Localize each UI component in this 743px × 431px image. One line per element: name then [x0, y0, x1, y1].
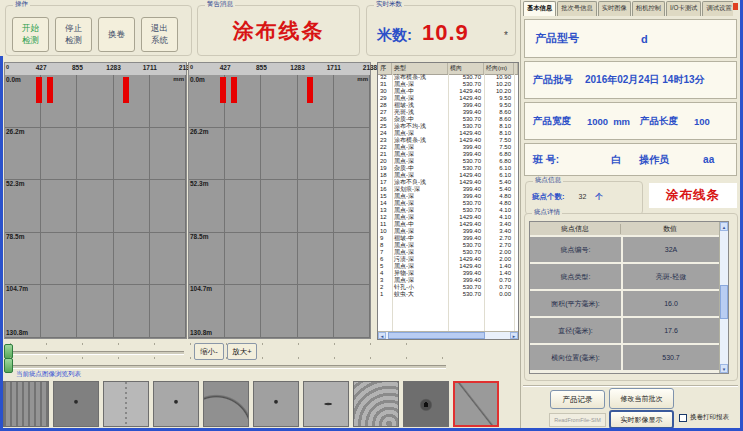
- defect-row[interactable]: 8黑点-深530.702.70: [378, 242, 518, 249]
- map-plot[interactable]: mm0.0m26.2m52.3m78.5m104.7m130.8m: [5, 75, 186, 338]
- tab-overflow-indicator-icon[interactable]: [733, 3, 738, 10]
- defect-row[interactable]: 15黑点-深399.404.80: [378, 193, 518, 200]
- defect-detail-group: 疵点详情 疵点信息 数值 疵点编号:32A疵点类型:亮斑-轻微面积(平方毫米):…: [524, 213, 738, 381]
- scroll-up-icon[interactable]: ▲: [720, 222, 728, 231]
- defect-cell: 399.40: [448, 151, 484, 158]
- defect-thumbnail-1[interactable]: [3, 381, 49, 427]
- tab-2[interactable]: 批次号信息: [557, 1, 596, 16]
- tab-1[interactable]: 基本信息: [523, 1, 556, 16]
- scroll-right-icon[interactable]: ►: [510, 332, 518, 339]
- modify-batch-button[interactable]: 修改当前批次: [609, 388, 674, 409]
- defect-row[interactable]: 6污渍-深1429.402.00: [378, 256, 518, 263]
- col-header-cross[interactable]: 横向: [448, 63, 484, 74]
- defect-row[interactable]: 2针孔-小530.700.70: [378, 284, 518, 291]
- detail-row[interactable]: 横向位置(毫米):530.7: [530, 345, 719, 370]
- defect-cell: 黑点-深: [392, 228, 448, 235]
- defect-row[interactable]: 3黑点-深399.400.70: [378, 277, 518, 284]
- tab-5[interactable]: I/O卡测试: [666, 1, 701, 16]
- range-slider-track[interactable]: [6, 365, 446, 369]
- col-header-type[interactable]: 类型: [392, 63, 448, 74]
- info-panel: 基本信息批次号信息实时图像相机控制I/O卡测试调试设置运行 产品型号 d 产品批…: [520, 0, 740, 431]
- operation-button-2[interactable]: 停止检测: [55, 17, 92, 52]
- defect-thumbnail-4[interactable]: [153, 381, 199, 427]
- scrollbar-thumb[interactable]: [388, 332, 485, 339]
- defect-cell: 涂布横条-浅: [392, 74, 448, 81]
- tab-3[interactable]: 实时图像: [598, 1, 631, 16]
- defect-row[interactable]: 10黑点-深399.403.40: [378, 228, 518, 235]
- product-batch-value: 2016年02月24日 14时13分: [585, 73, 705, 87]
- defect-row[interactable]: 14黑点-深530.704.80: [378, 200, 518, 207]
- tab-4[interactable]: 相机控制: [632, 1, 665, 16]
- detail-row[interactable]: 面积(平方毫米):16.0: [530, 291, 719, 316]
- operation-button-3[interactable]: 换卷: [98, 17, 135, 52]
- detail-row[interactable]: 疵点类型:亮斑-轻微: [530, 264, 719, 289]
- defect-row[interactable]: 26杂质-中530.708.60: [378, 116, 518, 123]
- defect-row[interactable]: 20黑点-深530.706.80: [378, 158, 518, 165]
- defect-thumbnail-9[interactable]: [403, 381, 449, 427]
- defect-cell: 2.00: [484, 256, 514, 263]
- defect-row[interactable]: 27亮斑-浅399.408.60: [378, 109, 518, 116]
- print-report-checkbox[interactable]: [679, 414, 687, 422]
- defect-row[interactable]: 30黑点-中1429.4010.20: [378, 88, 518, 95]
- defect-row[interactable]: 21黑点-深399.406.80: [378, 151, 518, 158]
- defect-thumbnail-2[interactable]: [53, 381, 99, 427]
- operation-button-4[interactable]: 退出系统: [141, 17, 178, 52]
- scrollbar-thumb[interactable]: [720, 285, 728, 319]
- horizontal-scrollbar[interactable]: ◄ ►: [378, 331, 518, 339]
- defect-cell: 31: [378, 81, 392, 88]
- defect-row[interactable]: 13黑点-深530.704.10: [378, 207, 518, 214]
- ruler-tick: 1283: [290, 64, 304, 71]
- realtime-display-button[interactable]: 实时影像显示: [609, 410, 674, 429]
- defect-row[interactable]: 17涂布不良-浅1429.405.40: [378, 179, 518, 186]
- defect-row[interactable]: 19杂质-中530.706.10: [378, 165, 518, 172]
- defect-row[interactable]: 11黑点-中1429.403.40: [378, 221, 518, 228]
- defect-thumbnail-5[interactable]: [203, 381, 249, 427]
- defect-row[interactable]: 22黑点-深399.407.50: [378, 144, 518, 151]
- defect-row[interactable]: 18黑点-深1429.406.10: [378, 172, 518, 179]
- defect-row[interactable]: 29黑点-深1429.409.50: [378, 95, 518, 102]
- defect-row[interactable]: 1蚊虫-大530.700.00: [378, 291, 518, 298]
- defect-thumbnail-6[interactable]: [253, 381, 299, 427]
- operation-button-1[interactable]: 开始检测: [12, 17, 49, 52]
- defect-row[interactable]: 28褶皱-浅399.409.50: [378, 102, 518, 109]
- defect-row[interactable]: 25涂布不均-浅530.708.10: [378, 123, 518, 130]
- defect-row[interactable]: 5黑点-深1429.401.40: [378, 263, 518, 270]
- range-slider-thumb[interactable]: [4, 358, 13, 373]
- defect-cell: 黑点-深: [392, 277, 448, 284]
- meter-label: 26.2m: [6, 128, 24, 135]
- defect-thumbnail-7[interactable]: [303, 381, 349, 427]
- detail-label: 疵点编号:: [530, 237, 621, 262]
- defect-map-panel[interactable]: 0427855128317112138 mm0.0m26.2m52.3m78.5…: [4, 62, 187, 339]
- defect-row[interactable]: 23涂布横条-浅1429.407.50: [378, 137, 518, 144]
- detail-row[interactable]: 直径(毫米):17.6: [530, 318, 719, 343]
- defect-cell: 1429.40: [448, 130, 484, 137]
- defect-row[interactable]: 4异物-深399.401.40: [378, 270, 518, 277]
- defect-row[interactable]: 9褶皱-中399.402.70: [378, 235, 518, 242]
- defect-row[interactable]: 32涂布横条-浅530.7010.90: [378, 74, 518, 81]
- map-plot[interactable]: mm0.0m26.2m52.3m78.5m104.7m130.8m: [189, 75, 370, 338]
- scrollbar-track[interactable]: [386, 332, 510, 339]
- detail-value: 32A: [623, 237, 719, 262]
- defect-thumbnail-10[interactable]: [453, 381, 499, 427]
- scroll-down-icon[interactable]: ▼: [720, 364, 728, 373]
- position-slider-track[interactable]: [6, 351, 184, 355]
- defect-thumbnail-8[interactable]: [353, 381, 399, 427]
- vertical-scrollbar[interactable]: ▲ ▼: [719, 222, 728, 373]
- defect-thumbnail-3[interactable]: [103, 381, 149, 427]
- defect-row[interactable]: 12黑点-深1429.404.10: [378, 214, 518, 221]
- meters-group: 实时米数 米数: 10.9 *: [366, 5, 516, 56]
- defect-row[interactable]: 7黑点-深530.702.00: [378, 249, 518, 256]
- defect-row[interactable]: 31黑点-深530.7010.20: [378, 81, 518, 88]
- defect-map-panel[interactable]: 0427855128317112138 mm0.0m26.2m52.3m78.5…: [188, 62, 371, 339]
- col-header-index[interactable]: 序: [378, 63, 392, 74]
- defect-mark: [220, 77, 226, 103]
- defect-row[interactable]: 24黑点-深1429.408.10: [378, 130, 518, 137]
- defect-cell: 污渍-深: [392, 256, 448, 263]
- defect-cell: 8: [378, 242, 392, 249]
- detail-row[interactable]: 疵点编号:32A: [530, 237, 719, 262]
- defect-row[interactable]: 16深划痕-深399.405.40: [378, 186, 518, 193]
- scroll-left-icon[interactable]: ◄: [378, 332, 386, 339]
- col-header-length[interactable]: 经向(m): [484, 63, 514, 74]
- tab-6[interactable]: 调试设置: [702, 1, 733, 16]
- product-record-button[interactable]: 产品记录: [550, 390, 605, 409]
